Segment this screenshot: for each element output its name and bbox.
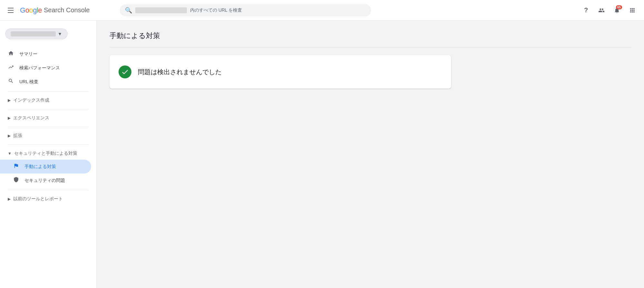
sidebar-item-manual-actions[interactable]: 手動による対策 (0, 160, 91, 174)
logo: Google Search Console (20, 6, 90, 15)
page-divider (110, 47, 631, 47)
sidebar-item-search-performance[interactable]: 検索パフォーマンス (0, 61, 91, 75)
property-selector-button[interactable]: ▼ (5, 28, 68, 39)
hamburger-icon[interactable] (5, 5, 16, 15)
nav-divider-2 (8, 109, 89, 109)
help-button[interactable]: ? (580, 4, 592, 17)
main-content: 手動による対策 問題は検出されませんでした (97, 21, 644, 288)
chevron-right-icon: ▶ (8, 116, 11, 120)
help-icon: ? (584, 6, 588, 14)
status-text: 問題は検出されませんでした (138, 68, 222, 76)
sidebar-section-security[interactable]: ▼ セキュリティと手動による対策 (0, 147, 96, 160)
notification-badge: 65 (616, 5, 622, 9)
account-icon (598, 7, 605, 14)
page-body: ▼ サマリー 検索パフォーマンス URL 検査 ▶ インデックス作成 (0, 21, 644, 288)
sidebar-item-label: サマリー (19, 51, 37, 57)
flag-icon (13, 163, 19, 170)
google-wordmark: Google (20, 6, 42, 15)
nav-divider-3 (8, 127, 89, 127)
sidebar-section-label: 拡張 (13, 133, 22, 139)
property-selector: ▼ (5, 28, 91, 39)
sidebar-section-label: エクスペリエンス (13, 115, 49, 121)
notification-button[interactable]: 65 (610, 4, 623, 17)
sidebar-item-security-issues[interactable]: セキュリティの問題 (0, 174, 91, 187)
page-title: 手動による対策 (110, 31, 631, 41)
apps-icon (629, 7, 636, 14)
nav-divider-5 (8, 190, 89, 190)
nav-divider-1 (8, 91, 89, 92)
sidebar-section-label: セキュリティと手動による対策 (14, 151, 77, 156)
account-button[interactable] (595, 4, 608, 17)
shield-icon (13, 177, 19, 184)
sidebar: ▼ サマリー 検索パフォーマンス URL 検査 ▶ インデックス作成 (0, 21, 97, 288)
status-card: 問題は検出されませんでした (110, 55, 451, 89)
header-right: ? 65 (580, 4, 639, 17)
sidebar-item-label: URL 検査 (19, 79, 38, 85)
sidebar-section-legacy[interactable]: ▶ 以前のツールとレポート (0, 193, 96, 205)
search-bar: 🔍 内のすべての URL を検査 (120, 4, 371, 16)
apps-button[interactable] (626, 4, 639, 17)
product-name: Search Console (44, 6, 90, 14)
checkmark-icon (121, 68, 129, 76)
nav-divider-4 (8, 144, 89, 145)
search-suffix: 内のすべての URL を検査 (190, 7, 242, 13)
chevron-right-icon: ▶ (8, 98, 11, 103)
sidebar-item-label: セキュリティの問題 (24, 178, 65, 184)
header: Google Search Console 🔍 内のすべての URL を検査 ?… (0, 0, 644, 21)
trending-icon (8, 64, 14, 72)
sidebar-section-label: 以前のツールとレポート (13, 196, 63, 202)
search-icon (8, 78, 14, 85)
chevron-down-icon: ▼ (8, 151, 12, 156)
sidebar-section-index[interactable]: ▶ インデックス作成 (0, 94, 96, 106)
chevron-right-icon: ▶ (8, 197, 11, 201)
property-name-blur (11, 31, 56, 36)
search-icon: 🔍 (125, 7, 132, 14)
sidebar-item-label: 検索パフォーマンス (19, 65, 60, 71)
sidebar-item-summary[interactable]: サマリー (0, 47, 91, 61)
sidebar-item-url-inspection[interactable]: URL 検査 (0, 75, 91, 89)
sidebar-section-experience[interactable]: ▶ エクスペリエンス (0, 112, 96, 124)
search-input-blur[interactable] (135, 7, 187, 13)
sidebar-section-enhancements[interactable]: ▶ 拡張 (0, 130, 96, 142)
chevron-right-icon: ▶ (8, 134, 11, 138)
property-dropdown-icon: ▼ (58, 31, 62, 36)
check-circle-icon (119, 65, 131, 78)
sidebar-item-label: 手動による対策 (24, 164, 56, 170)
header-left: Google Search Console (5, 5, 115, 15)
sidebar-section-label: インデックス作成 (13, 97, 49, 103)
home-icon (8, 50, 14, 58)
status-icon-wrap (119, 65, 131, 78)
